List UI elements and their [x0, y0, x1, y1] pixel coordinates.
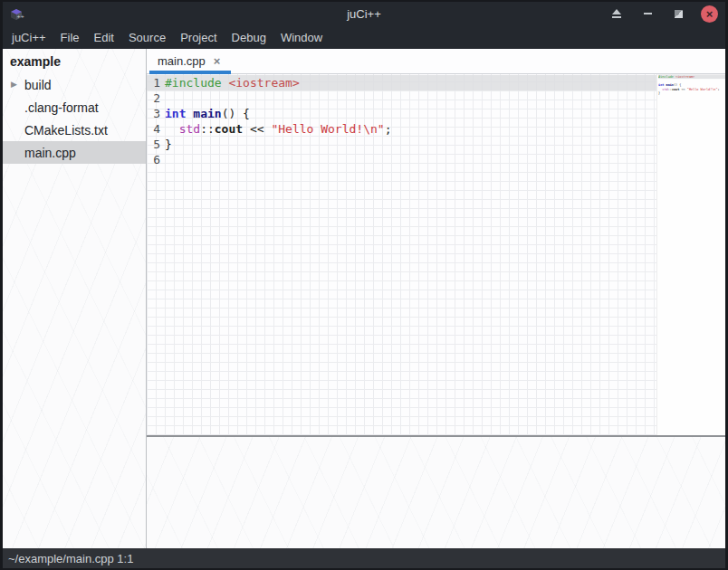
minimize-button[interactable]	[639, 5, 656, 22]
code-line: 4 std::cout << "Hello World!\n";	[147, 121, 656, 137]
shade-icon	[612, 9, 621, 18]
menu-item-juci[interactable]: juCi++	[5, 26, 53, 49]
menu-item-debug[interactable]: Debug	[225, 26, 273, 49]
code-token: <iostream>	[675, 75, 694, 80]
svg-text:++: ++	[17, 14, 24, 19]
code-token: <<	[243, 121, 271, 137]
menu-item-project[interactable]: Project	[173, 26, 224, 49]
line-number: 5	[149, 137, 160, 152]
tree-item-cmakelists-txt[interactable]: CMakeLists.txt	[3, 119, 146, 141]
code-token: ;	[385, 121, 392, 137]
code-token	[222, 75, 229, 90]
code-token: () {	[222, 106, 250, 121]
project-root-label[interactable]: example	[3, 49, 146, 73]
menu-item-source[interactable]: Source	[121, 26, 173, 49]
line-number: 2	[149, 90, 160, 106]
code-token: std	[179, 121, 200, 137]
minimize-icon	[644, 13, 652, 14]
code-token: }	[658, 91, 660, 96]
terminal-panel[interactable]	[147, 437, 725, 548]
code-token: #include	[165, 75, 222, 90]
code-line: 6	[147, 152, 656, 167]
tab-main-cpp[interactable]: main.cpp ×	[149, 49, 231, 73]
status-text: ~/example/main.cpp 1:1	[8, 552, 133, 565]
code-token: cout	[215, 121, 243, 137]
editor-row: 1#include <iostream>23int main() {4 std:…	[147, 74, 725, 435]
tree-item-label: build	[24, 78, 52, 92]
code-token: "Hello World!\n"	[271, 121, 384, 137]
menu-item-file[interactable]: File	[53, 26, 87, 49]
minimap-content: #include <iostream>int main() { std::cou…	[657, 74, 725, 100]
code-token: ::	[200, 121, 215, 137]
code-token: cout	[672, 87, 679, 91]
status-bar: ~/example/main.cpp 1:1	[3, 548, 725, 568]
code-token: <iostream>	[228, 75, 299, 90]
code-line	[658, 95, 725, 100]
window-controls: ×	[608, 2, 718, 25]
line-number: 4	[149, 121, 160, 137]
tree-item-label: main.cpp	[24, 146, 76, 160]
tree-item-label: .clang-format	[24, 100, 99, 115]
tab-close-icon[interactable]: ×	[214, 54, 221, 68]
tree-item-label: CMakeLists.txt	[24, 123, 108, 138]
code-token	[186, 106, 193, 121]
tab-bar: main.cpp ×	[147, 49, 725, 74]
line-number: 6	[149, 152, 160, 167]
code-token	[165, 121, 179, 137]
code-token: }	[165, 137, 172, 152]
main-pane: main.cpp × 1#include <iostream>23int mai…	[147, 49, 725, 548]
tree-item-main-cpp[interactable]: main.cpp	[3, 141, 146, 164]
code-token: <<	[679, 87, 686, 91]
shade-button[interactable]	[608, 5, 625, 22]
menu-item-edit[interactable]: Edit	[87, 26, 121, 49]
code-line: std::cout << "Hello World!\n";	[658, 87, 725, 91]
titlebar: ++ juCi++ ×	[3, 2, 725, 25]
menu-item-window[interactable]: Window	[273, 26, 330, 49]
file-tree: example ▶build.clang-formatCMakeLists.tx…	[3, 49, 147, 548]
close-button[interactable]: ×	[701, 5, 718, 23]
code-line: 5}	[147, 137, 656, 152]
app-icon: ++	[8, 5, 24, 22]
code-editor[interactable]: 1#include <iostream>23int main() {4 std:…	[147, 74, 656, 435]
content: example ▶build.clang-formatCMakeLists.tx…	[3, 49, 725, 548]
app-window: ++ juCi++ × juCi++FileEditSourceProjectD…	[0, 0, 728, 570]
file-tree-items: ▶build.clang-formatCMakeLists.txtmain.cp…	[3, 73, 146, 164]
code-line: 2	[147, 90, 656, 106]
menubar: juCi++FileEditSourceProjectDebugWindow	[3, 25, 725, 49]
code-line: 3int main() {	[147, 106, 656, 121]
tree-item-build[interactable]: ▶build	[3, 73, 146, 96]
source-minimap[interactable]: #include <iostream>int main() { std::cou…	[656, 74, 725, 435]
code-token: ;	[718, 87, 720, 91]
code-token: #include	[658, 75, 674, 80]
expander-icon[interactable]: ▶	[11, 80, 17, 89]
tab-label: main.cpp	[158, 54, 206, 68]
line-number: 1	[149, 75, 160, 90]
code-token: "Hello World!\n"	[687, 87, 718, 91]
code-line: 1#include <iostream>	[147, 75, 656, 90]
tree-item--clang-format[interactable]: .clang-format	[3, 96, 146, 119]
maximize-icon	[675, 10, 683, 18]
code-token: int	[165, 106, 186, 121]
code-token: main	[193, 106, 221, 121]
maximize-button[interactable]	[670, 5, 686, 22]
line-number: 3	[149, 106, 160, 121]
